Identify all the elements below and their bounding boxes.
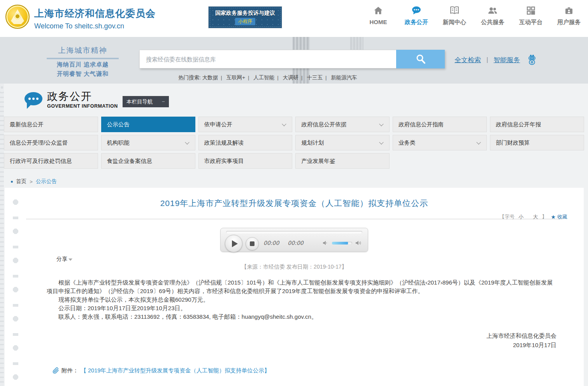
collapse-minus-icon: − bbox=[162, 99, 165, 105]
menu-item-policies[interactable]: 政策法规及解读 bbox=[198, 135, 293, 150]
title-divider bbox=[26, 219, 562, 219]
links-separator: | bbox=[486, 56, 488, 64]
menu-item-budget[interactable]: 部门财政预算 bbox=[490, 135, 584, 150]
volume-fill bbox=[332, 242, 348, 245]
search-input[interactable] bbox=[139, 50, 396, 68]
audio-progress-bar[interactable] bbox=[226, 231, 362, 234]
top-nav: HOME 政务公开 新闻中心 公共服务 bbox=[366, 5, 581, 26]
menu-item-label: 食盐企业备案信息 bbox=[107, 157, 152, 165]
menu-item-public-notices[interactable]: 公示公告 bbox=[101, 117, 195, 132]
article-tools: 【字号 小 大 】 ★ 收藏 bbox=[499, 213, 567, 220]
nav-item-label: 新闻中心 bbox=[443, 19, 466, 26]
article-signature: 上海市经济和信息化委员会 2019年10月17日 bbox=[5, 331, 556, 350]
chevron-down-icon bbox=[185, 140, 189, 144]
fontsize-big-button[interactable]: 大 bbox=[533, 213, 538, 220]
decorative-dots-strip bbox=[13, 199, 18, 382]
article-paragraph: 根据《上海市产业转型升级发展专项资金管理办法》（沪经信规〔2015〕101号）和… bbox=[47, 278, 556, 295]
menu-item-org-functions[interactable]: 机构职能 bbox=[101, 135, 195, 150]
nav-item-label: 政务公开 bbox=[405, 19, 428, 26]
menu-item-label: 业务类 bbox=[398, 139, 416, 147]
play-button[interactable] bbox=[225, 235, 242, 252]
menu-item-disclosure-guide[interactable]: 政府信息公开指南 bbox=[393, 117, 487, 132]
article-source-line: 【来源：市经信委 发布日期：2019-10-17】 bbox=[5, 264, 584, 271]
menu-item-admin-licensing[interactable]: 行政许可及行政处罚信息 bbox=[4, 153, 98, 169]
hot-separator: | bbox=[248, 75, 249, 80]
chevron-down-icon bbox=[282, 122, 286, 126]
fontsize-small-button[interactable]: 小 bbox=[518, 213, 523, 220]
hot-term[interactable]: 大数据 bbox=[202, 75, 218, 80]
speech-bubble-icon bbox=[411, 5, 421, 16]
gov-complaint-banner[interactable]: 国家政务服务投诉与建议 小程序 bbox=[208, 6, 282, 28]
mid-area: 政务公开 GOVERMENT INFORMATION 本栏目导航 − 最新信息公… bbox=[0, 84, 588, 386]
menu-item-label: 政府信息公开依据 bbox=[301, 121, 346, 128]
volume-controls bbox=[323, 240, 362, 246]
section-subtitle: GOVERMENT INFORMATION bbox=[47, 103, 118, 109]
site-title-block: 上海市经济和信息化委员会 Welcome To sheitc.sh.gov.cn bbox=[34, 7, 156, 30]
hot-term[interactable]: 十三五 bbox=[307, 75, 323, 80]
nav-item-label: 公共服务 bbox=[481, 19, 504, 26]
stop-button[interactable] bbox=[246, 237, 259, 250]
chevron-down-icon bbox=[379, 122, 384, 126]
nav-item-public-service[interactable]: 公共服务 bbox=[481, 5, 505, 26]
hot-term[interactable]: 大调研 bbox=[283, 75, 299, 80]
breadcrumb-current-link[interactable]: 公示公告 bbox=[36, 178, 57, 185]
breadcrumb-home-link[interactable]: 首页 bbox=[16, 178, 26, 185]
menu-item-label: 政府信息公开年报 bbox=[496, 121, 541, 128]
menu-item-planning[interactable]: 规划计划 bbox=[295, 135, 390, 150]
search-button[interactable] bbox=[396, 50, 445, 68]
breadcrumb-separator: > bbox=[30, 179, 33, 185]
home-icon bbox=[373, 5, 383, 16]
volume-mute-icon[interactable] bbox=[323, 240, 329, 246]
menu-item-salt-enterprise[interactable]: 食盐企业备案信息 bbox=[101, 153, 195, 169]
hot-term[interactable]: 互联网+ bbox=[226, 75, 245, 80]
nav-item-home[interactable]: HOME bbox=[366, 5, 390, 26]
nav-item-gov-info[interactable]: 政务公开 bbox=[404, 5, 428, 26]
menu-item-label: 政策法规及解读 bbox=[204, 139, 244, 147]
menu-item-label: 规划计划 bbox=[301, 139, 324, 147]
menu-item-label: 信息公开受理/公众监督 bbox=[10, 139, 68, 147]
audio-time-current: 00:00 bbox=[263, 240, 279, 246]
site-logo-icon bbox=[5, 5, 30, 29]
menu-item-latest-info[interactable]: 最新信息公开 bbox=[4, 117, 98, 132]
menu-item-annual-report[interactable]: 政府信息公开年报 bbox=[490, 117, 584, 132]
menu-item-label: 最新信息公开 bbox=[10, 121, 44, 128]
column-nav-toggle-button[interactable]: 本栏目导航 − bbox=[123, 96, 169, 107]
city-spirit-block: 上海城市精神 海纳百川 追求卓越 开明睿智 大气谦和 bbox=[47, 45, 119, 78]
section-title: 政务公开 bbox=[47, 89, 92, 103]
menu-item-acceptance-supervision[interactable]: 信息公开受理/公众监督 bbox=[4, 135, 98, 150]
nav-item-user-service[interactable]: 用户服务 bbox=[557, 5, 581, 26]
favorite-button[interactable]: 收藏 bbox=[557, 213, 567, 220]
smart-service-link[interactable]: 智能服务 bbox=[493, 56, 520, 65]
menu-item-label: 依申请公开 bbox=[204, 121, 233, 128]
menu-item-disclosure-basis[interactable]: 政府信息公开依据 bbox=[295, 117, 390, 132]
fontsize-close: 】 bbox=[542, 213, 547, 220]
share-control[interactable]: 分享 bbox=[56, 256, 584, 263]
article-paragraph: 联系人：黄永强，联系电话：23113692，传真：63583834, 电子邮箱：… bbox=[47, 313, 556, 321]
menu-item-disclosure-on-request[interactable]: 依申请公开 bbox=[198, 117, 293, 132]
volume-loud-icon[interactable] bbox=[355, 240, 362, 246]
nav-item-news[interactable]: 新闻中心 bbox=[442, 5, 467, 26]
audio-player: 00:00 00:00 bbox=[220, 228, 368, 252]
hot-term[interactable]: 新能源汽车 bbox=[331, 75, 357, 80]
section-menu-grid: 最新信息公开 公示公告 依申请公开 政府信息公开依据 政府信息公开指南 政府信息… bbox=[4, 117, 584, 169]
hot-separator: | bbox=[301, 75, 303, 80]
nav-item-interactive[interactable]: 互动平台 bbox=[519, 5, 543, 26]
section-header: 政务公开 GOVERMENT INFORMATION 本栏目导航 − bbox=[0, 89, 588, 117]
fulltext-search-link[interactable]: 全文检索 bbox=[455, 56, 481, 65]
menu-item-label: 公示公告 bbox=[107, 121, 130, 128]
menu-item-label: 政府信息公开指南 bbox=[398, 121, 444, 128]
left-edge-decoration bbox=[0, 84, 4, 386]
volume-slider[interactable] bbox=[332, 242, 352, 245]
article-card: 2019年上海市产业转型升级发展专项资金（人工智能）拟支持单位公示 【字号 小 … bbox=[5, 188, 584, 386]
menu-item-industry-yearbook[interactable]: 产业发展年鉴 bbox=[295, 153, 390, 169]
volume-thumb[interactable] bbox=[348, 242, 351, 244]
hot-term[interactable]: 人工智能 bbox=[253, 75, 274, 80]
hot-separator: | bbox=[221, 75, 222, 80]
menu-item-label: 产业发展年鉴 bbox=[301, 157, 335, 165]
top-header: 上海市经济和信息化委员会 Welcome To sheitc.sh.gov.cn… bbox=[0, 0, 588, 37]
menu-item-business[interactable]: 业务类 bbox=[393, 135, 487, 150]
attachment-link[interactable]: 【 2019年上海市产业转型升级发展专项资金（人工智能）拟支持单位公示】 bbox=[81, 367, 270, 374]
menu-item-city-projects[interactable]: 市政府实事项目 bbox=[198, 153, 293, 169]
search-box bbox=[139, 50, 445, 68]
nav-item-label: 用户服务 bbox=[557, 19, 581, 26]
